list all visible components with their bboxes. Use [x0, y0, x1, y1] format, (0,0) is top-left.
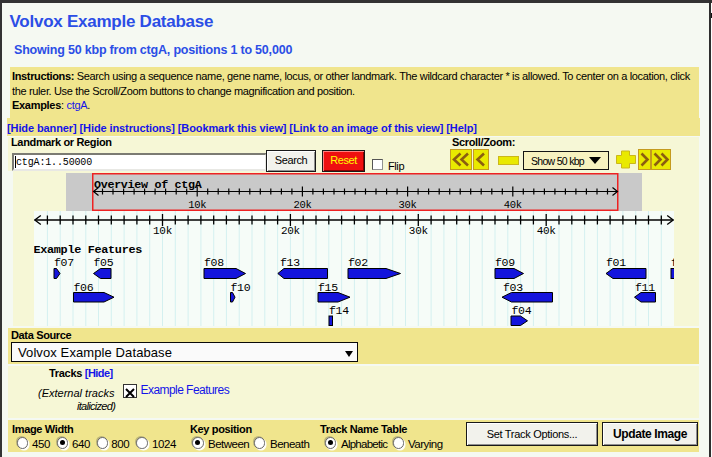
svg-text:30k: 30k	[409, 225, 429, 237]
svg-text:Example Features: Example Features	[34, 243, 142, 257]
svg-text:f10: f10	[231, 281, 251, 294]
svg-text:40k: 40k	[537, 225, 557, 237]
svg-text:20k: 20k	[293, 199, 311, 211]
svg-text:f03: f03	[503, 281, 523, 294]
svg-text:f09: f09	[495, 256, 515, 269]
svg-text:30k: 30k	[399, 199, 417, 211]
svg-text:f08: f08	[204, 256, 224, 269]
svg-text:f01: f01	[606, 256, 626, 269]
svg-text:f06: f06	[74, 281, 94, 294]
svg-text:20k: 20k	[281, 225, 301, 237]
svg-text:f05: f05	[94, 256, 114, 269]
svg-text:40k: 40k	[504, 199, 522, 211]
svg-text:f12: f12	[671, 256, 674, 269]
svg-text:10k: 10k	[188, 199, 206, 211]
svg-text:f04: f04	[512, 304, 532, 317]
svg-text:f15: f15	[318, 281, 338, 294]
svg-text:f11: f11	[635, 281, 655, 294]
svg-text:f13: f13	[280, 256, 300, 269]
svg-text:f02: f02	[348, 256, 368, 269]
svg-text:f07: f07	[54, 256, 74, 269]
svg-text:10k: 10k	[153, 225, 173, 237]
svg-text:f14: f14	[329, 304, 349, 317]
